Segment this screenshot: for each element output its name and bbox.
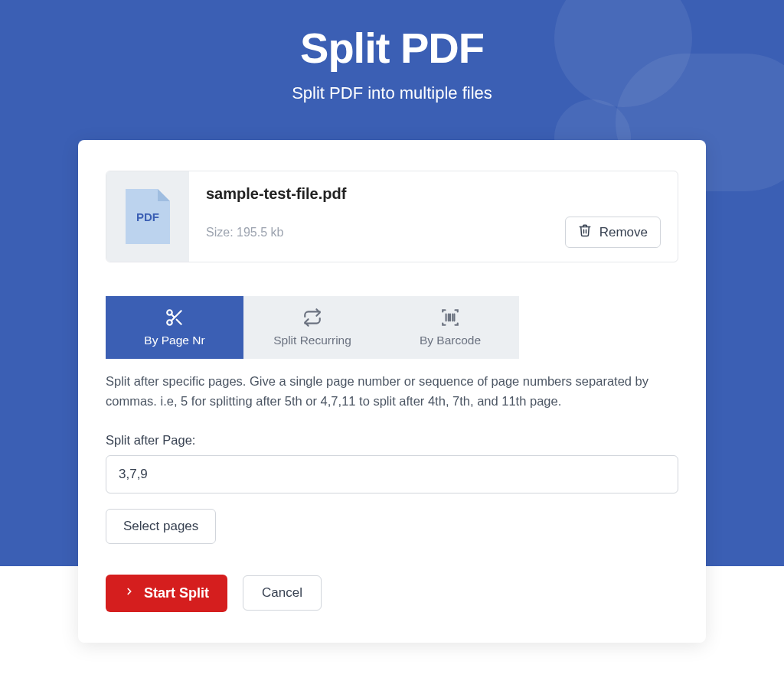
tab-label: Split Recurring [273,334,351,347]
chevron-right-icon [124,585,135,602]
select-pages-button[interactable]: Select pages [106,509,216,544]
file-size: Size: 195.5 kb [206,226,283,239]
file-info: sample-test-file.pdf Size: 195.5 kb Remo… [189,171,678,262]
remove-file-button[interactable]: Remove [565,217,661,248]
trash-icon [578,223,592,241]
file-row: PDF sample-test-file.pdf Size: 195.5 kb [106,171,678,262]
split-after-page-label: Split after Page: [106,433,678,448]
pdf-badge-text: PDF [136,210,159,223]
file-name: sample-test-file.pdf [206,185,661,203]
tab-label: By Barcode [420,334,481,347]
cancel-label: Cancel [262,585,302,601]
scissors-icon [165,308,185,327]
page-subtitle: Split PDF into multiple files [0,83,784,103]
tab-label: By Page Nr [144,334,204,347]
select-pages-label: Select pages [123,519,198,533]
start-split-label: Start Split [144,585,209,601]
action-row: Start Split Cancel [106,575,678,612]
remove-button-label: Remove [599,225,648,240]
page-title: Split PDF [0,0,784,73]
cancel-button[interactable]: Cancel [243,575,322,611]
tab-by-page-nr[interactable]: By Page Nr [106,296,243,359]
barcode-icon [440,308,460,327]
file-thumbnail: PDF [106,171,189,262]
split-after-page-input[interactable] [106,455,678,493]
refresh-icon [302,308,322,327]
help-text: Split after specific pages. Give a singl… [106,371,678,412]
svg-line-3 [177,320,181,324]
file-meta-row: Size: 195.5 kb Remove [206,217,661,248]
main-card: PDF sample-test-file.pdf Size: 195.5 kb [78,140,706,643]
tab-split-recurring[interactable]: Split Recurring [243,296,381,359]
split-mode-tabs: By Page Nr Split Recurring [106,296,678,359]
svg-line-4 [172,314,175,318]
tab-by-barcode[interactable]: By Barcode [381,296,519,359]
pdf-file-icon: PDF [126,189,170,244]
start-split-button[interactable]: Start Split [106,575,227,612]
